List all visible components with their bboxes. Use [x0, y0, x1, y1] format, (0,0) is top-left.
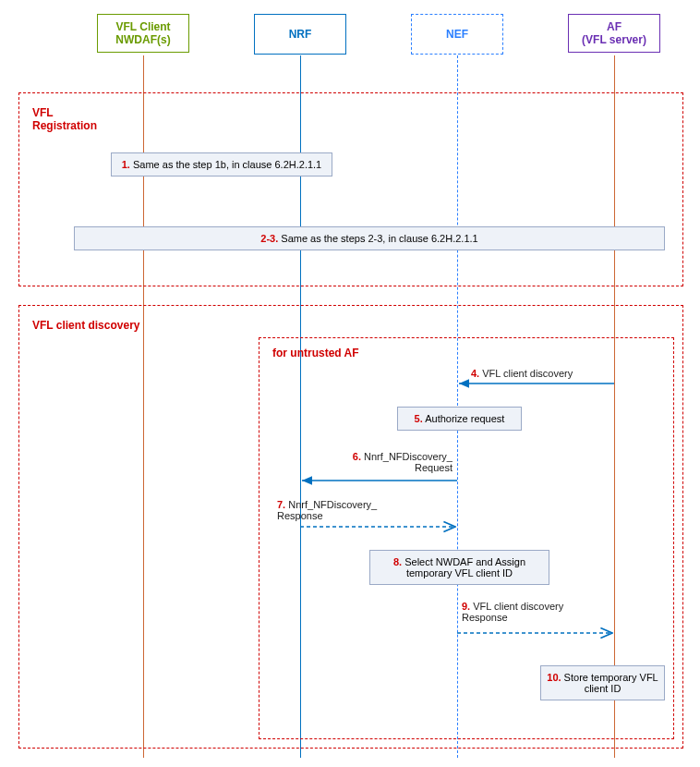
step-number: 9. — [462, 601, 470, 612]
note-step-10: 10. Store temporary VFL client ID — [540, 665, 665, 700]
step-text: VFL client discovery Response — [462, 601, 563, 623]
participant-label-line2: (VFL server) — [582, 33, 646, 46]
step-number: 4. — [471, 368, 479, 379]
step-number: 8. — [393, 556, 402, 567]
msg-step-7: 7. Nnrf_NFDiscovery_ Response — [277, 499, 397, 521]
step-text: VFL client discovery — [479, 368, 573, 379]
step-text: Authorize request — [423, 413, 505, 424]
phase-vfl-client-discovery-label: VFL client discovery — [32, 319, 140, 332]
step-text: Nnrf_NFDiscovery_ Request — [361, 451, 453, 473]
note-step-1: 1. Same as the step 1b, in clause 6.2H.2… — [111, 152, 332, 177]
step-text: Store temporary VFL client ID — [561, 672, 658, 694]
step-number: 6. — [353, 451, 361, 462]
step-number: 2-3. — [260, 233, 278, 244]
participant-label: NEF — [446, 28, 468, 41]
box-for-untrusted-af-label: for untrusted AF — [272, 347, 359, 359]
sequence-diagram: VFL Client NWDAF(s) NRF NEF AF (VFL serv… — [0, 0, 700, 767]
msg-step-9: 9. VFL client discovery Response — [462, 601, 600, 623]
participant-vfl-client: VFL Client NWDAF(s) — [97, 14, 189, 53]
step-number: 5. — [415, 413, 423, 424]
participant-label: NRF — [289, 28, 312, 41]
step-text: Select NWDAF and Assign temporary VFL cl… — [402, 556, 525, 578]
step-text: Nnrf_NFDiscovery_ Response — [277, 499, 377, 521]
note-step-8: 8. Select NWDAF and Assign temporary VFL… — [369, 550, 549, 585]
participant-nef: NEF — [411, 14, 503, 55]
participant-label-line2: NWDAF(s) — [115, 33, 170, 46]
phase-vfl-registration — [18, 92, 683, 286]
step-number: 1. — [122, 159, 130, 170]
step-text: Same as the step 1b, in clause 6.2H.2.1.… — [130, 159, 321, 170]
participant-label-line1: VFL Client — [115, 20, 170, 33]
step-number: 10. — [547, 672, 561, 683]
phase-vfl-registration-label: VFL Registration — [32, 106, 97, 132]
note-step-2-3: 2-3. Same as the steps 2-3, in clause 6.… — [74, 226, 665, 250]
participant-af: AF (VFL server) — [568, 14, 660, 53]
msg-step-4: 4. VFL client discovery — [471, 368, 573, 379]
step-text: Same as the steps 2-3, in clause 6.2H.2.… — [278, 233, 477, 244]
note-step-5: 5. Authorize request — [397, 407, 522, 431]
msg-step-6: 6. Nnrf_NFDiscovery_ Request — [332, 451, 453, 473]
participant-nrf: NRF — [254, 14, 346, 55]
step-number: 7. — [277, 499, 285, 510]
participant-label-line1: AF — [607, 20, 622, 33]
